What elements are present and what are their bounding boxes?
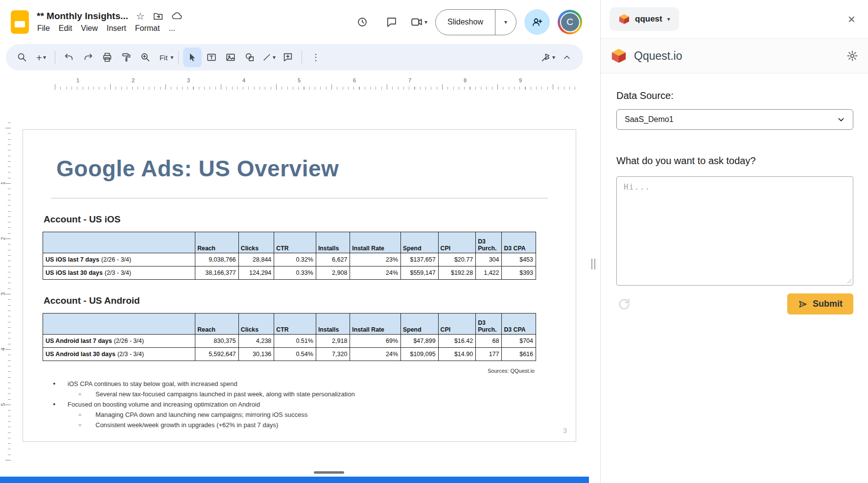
insert-image-icon[interactable] xyxy=(221,48,240,67)
table-header-cell[interactable]: Installs xyxy=(316,314,350,335)
table-cell[interactable]: $704 xyxy=(502,335,536,348)
menu-view[interactable]: View xyxy=(76,23,102,34)
menu-file[interactable]: File xyxy=(33,23,54,34)
table-header-cell[interactable]: Install Rate xyxy=(350,232,401,253)
table-cell[interactable]: $453 xyxy=(502,253,536,266)
table-cell[interactable]: 24% xyxy=(350,348,401,361)
table-cell[interactable]: 0.33% xyxy=(274,266,316,280)
table-header-cell[interactable] xyxy=(43,314,195,335)
question-input[interactable] xyxy=(616,176,853,286)
more-options-icon[interactable]: ⋮ xyxy=(306,48,325,67)
table-cell[interactable]: 68 xyxy=(476,335,502,348)
table-cell[interactable]: 6,627 xyxy=(316,253,350,266)
insert-line-icon[interactable]: ▾ xyxy=(259,48,278,67)
collapse-toolbar-icon[interactable] xyxy=(558,48,576,67)
table-cell[interactable]: 124,294 xyxy=(238,266,274,280)
table-cell[interactable]: 28,844 xyxy=(238,253,274,266)
move-folder-icon[interactable] xyxy=(153,11,164,22)
star-icon[interactable]: ☆ xyxy=(136,11,145,21)
table-cell[interactable]: 9,038,766 xyxy=(195,253,239,266)
table-cell[interactable]: 23% xyxy=(350,253,401,266)
table-cell[interactable]: $393 xyxy=(502,266,536,280)
account-avatar[interactable]: C xyxy=(558,10,582,34)
table-header-cell[interactable]: D3 Purch. xyxy=(476,232,502,253)
search-menus-icon[interactable] xyxy=(13,48,31,67)
addon-switcher[interactable]: qquest ▾ xyxy=(610,7,679,31)
share-button[interactable] xyxy=(524,9,550,35)
document-title[interactable]: ** Monthly Insights... xyxy=(37,11,128,22)
slide-canvas[interactable]: Google Ads: US Overview Account - US iOS… xyxy=(23,129,576,442)
table-cell[interactable]: 177 xyxy=(476,348,502,361)
pointer-tool-icon[interactable]: ▾ xyxy=(539,48,557,67)
table-header-cell[interactable]: Reach xyxy=(195,232,239,253)
table-cell[interactable]: 30,136 xyxy=(238,348,274,361)
table-header-cell[interactable]: Spend xyxy=(401,232,439,253)
bullet-item[interactable]: ○ Managing CPA down and launching new ca… xyxy=(43,410,522,420)
new-slide-button[interactable]: + ▾ xyxy=(32,48,50,67)
table-cell[interactable]: US Android last 7 days(2/26 - 3/4) xyxy=(43,335,195,348)
table-cell[interactable]: $14.90 xyxy=(438,348,476,361)
table-cell[interactable]: 4,238 xyxy=(238,335,274,348)
table-cell[interactable]: 7,320 xyxy=(316,348,350,361)
table-cell[interactable]: 830,375 xyxy=(195,335,239,348)
table-cell[interactable]: 5,592,647 xyxy=(195,348,239,361)
insert-shape-icon[interactable] xyxy=(240,48,259,67)
table-cell[interactable]: US iOS last 7 days(2/26 - 3/4) xyxy=(43,253,195,266)
cloud-status-icon[interactable] xyxy=(171,10,183,22)
submit-button[interactable]: Submit xyxy=(787,293,853,314)
version-history-icon[interactable] xyxy=(352,11,373,33)
zoom-select[interactable]: Fit ▾ xyxy=(155,48,174,67)
table-header-cell[interactable]: Install Rate xyxy=(350,314,401,335)
table-cell[interactable]: $137,657 xyxy=(401,253,439,266)
table-header-cell[interactable]: CPI xyxy=(438,232,476,253)
paint-format-icon[interactable] xyxy=(117,48,136,67)
zoom-icon[interactable] xyxy=(136,48,155,67)
table-header-cell[interactable]: D3 CPA xyxy=(502,232,536,253)
table-cell[interactable]: 1,422 xyxy=(476,266,502,280)
table-cell[interactable]: $20.77 xyxy=(438,253,476,266)
slideshow-dropdown[interactable]: ▾ xyxy=(495,19,516,25)
table-header-cell[interactable]: D3 Purch. xyxy=(476,314,502,335)
table-cell[interactable]: 69% xyxy=(350,335,401,348)
table-cell[interactable]: $47,899 xyxy=(401,335,439,348)
table-cell[interactable]: $109,095 xyxy=(401,348,439,361)
close-icon[interactable]: × xyxy=(848,13,855,25)
table-header-cell[interactable]: Installs xyxy=(316,232,350,253)
android-metrics-table[interactable]: Reach Clicks CTR Installs Install Rate S… xyxy=(43,313,536,361)
table-header-cell[interactable]: D3 CPA xyxy=(502,314,536,335)
table-header-cell[interactable]: Clicks xyxy=(238,314,274,335)
table-cell[interactable]: 0.51% xyxy=(274,335,316,348)
menu-insert[interactable]: Insert xyxy=(102,23,131,34)
table-cell[interactable]: 38,166,377 xyxy=(195,266,239,280)
horizontal-scrollbar-thumb[interactable] xyxy=(314,471,344,474)
menu-overflow[interactable]: ... xyxy=(164,23,179,34)
table-header-cell[interactable]: CTR xyxy=(274,232,316,253)
text-box-icon[interactable] xyxy=(202,48,221,67)
table-header-cell[interactable]: Clicks xyxy=(238,232,274,253)
bullet-item[interactable]: ○ Consistent week/week growth in upgrade… xyxy=(43,420,522,430)
section-heading-ios[interactable]: Account - US iOS xyxy=(44,214,120,225)
add-comment-icon[interactable] xyxy=(279,48,297,67)
table-cell[interactable]: 24% xyxy=(350,266,401,280)
table-header-cell[interactable]: Spend xyxy=(401,314,439,335)
menu-format[interactable]: Format xyxy=(131,23,164,34)
sources-note[interactable]: Sources: QQuest.io xyxy=(488,368,535,374)
table-cell[interactable]: 0.32% xyxy=(274,253,316,266)
undo-icon[interactable] xyxy=(60,48,78,67)
table-header-cell[interactable]: CPI xyxy=(438,314,476,335)
table-cell[interactable]: 0.54% xyxy=(274,348,316,361)
table-cell[interactable]: $192.28 xyxy=(438,266,476,280)
comments-icon[interactable] xyxy=(381,11,402,33)
panel-resize-handle[interactable] xyxy=(591,259,595,269)
table-cell[interactable]: 2,908 xyxy=(316,266,350,280)
table-header-cell[interactable]: Reach xyxy=(195,314,239,335)
title-divider-line[interactable] xyxy=(51,198,548,198)
table-cell[interactable]: $16.42 xyxy=(438,335,476,348)
gear-icon[interactable] xyxy=(846,50,858,62)
bullet-list[interactable]: ● iOS CPA continues to stay below goal, … xyxy=(43,379,522,430)
bullet-item[interactable]: ● iOS CPA continues to stay below goal, … xyxy=(43,379,522,389)
table-cell[interactable]: 304 xyxy=(476,253,502,266)
table-header-cell[interactable] xyxy=(43,232,195,253)
ios-metrics-table[interactable]: Reach Clicks CTR Installs Install Rate S… xyxy=(43,232,536,280)
select-tool-icon[interactable] xyxy=(183,48,202,67)
